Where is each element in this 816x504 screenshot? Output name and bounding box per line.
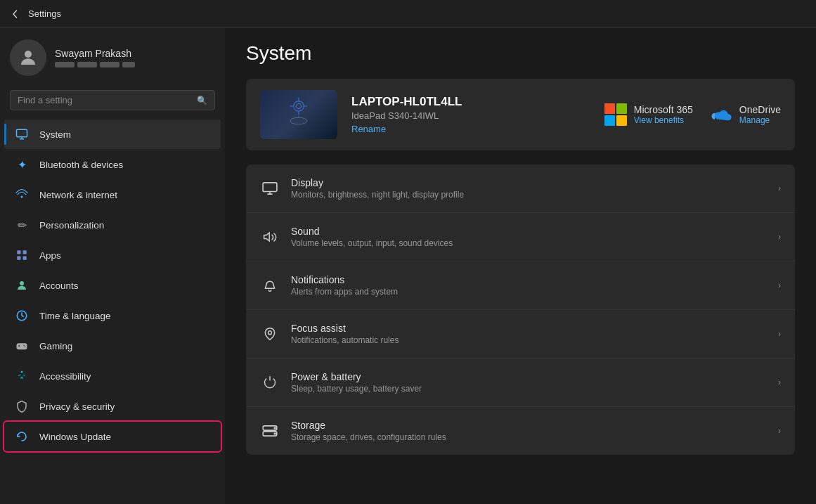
setting-focus-text: Focus assist Notifications, automatic ru… xyxy=(291,323,767,345)
sidebar-item-update[interactable]: Windows Update xyxy=(4,422,221,451)
microsoft365-service[interactable]: Microsoft 365 View benefits xyxy=(604,103,693,126)
setting-storage-text: Storage Storage space, drives, configura… xyxy=(291,420,767,442)
setting-notifications[interactable]: Notifications Alerts from apps and syste… xyxy=(246,261,795,310)
user-bar-4 xyxy=(122,62,135,67)
setting-storage[interactable]: Storage Storage space, drives, configura… xyxy=(246,407,795,455)
svg-point-23 xyxy=(268,331,272,335)
svg-point-11 xyxy=(25,346,26,347)
svg-point-0 xyxy=(25,51,32,58)
setting-focus-desc: Notifications, automatic rules xyxy=(291,335,767,345)
setting-power-name: Power & battery xyxy=(291,371,767,382)
bluetooth-icon: ✦ xyxy=(14,157,30,172)
setting-sound-name: Sound xyxy=(291,226,767,237)
svg-point-27 xyxy=(274,433,276,434)
device-info: LAPTOP-HL0TL4LL IdeaPad S340-14IWL Renam… xyxy=(351,95,590,135)
svg-point-14 xyxy=(296,103,301,108)
setting-power-text: Power & battery Sleep, battery usage, ba… xyxy=(291,371,767,394)
sidebar-item-gaming[interactable]: Gaming xyxy=(4,331,221,361)
device-name: LAPTOP-HL0TL4LL xyxy=(351,95,590,109)
accounts-icon xyxy=(14,278,30,293)
privacy-icon xyxy=(14,399,30,414)
sidebar-item-label-network: Network & internet xyxy=(39,190,117,200)
sidebar-item-accessibility[interactable]: Accessibility xyxy=(4,361,221,391)
ms-yellow-square xyxy=(616,115,627,126)
page-title: System xyxy=(246,42,795,65)
notifications-icon xyxy=(260,276,280,295)
sidebar-item-accounts[interactable]: Accounts xyxy=(4,271,221,300)
setting-power[interactable]: Power & battery Sleep, battery usage, ba… xyxy=(246,358,795,407)
storage-chevron-icon: › xyxy=(778,426,781,436)
accessibility-icon xyxy=(14,368,30,384)
onedrive-icon xyxy=(710,103,732,126)
nav-list: System ✦ Bluetooth & devices Network & i… xyxy=(0,119,225,452)
ms-red-square xyxy=(604,103,615,114)
svg-point-26 xyxy=(274,427,276,429)
sidebar-item-privacy[interactable]: Privacy & security xyxy=(4,392,221,421)
setting-focus-name: Focus assist xyxy=(291,323,767,334)
onedrive-text: OneDrive Manage xyxy=(739,104,781,125)
search-box[interactable]: 🔍 xyxy=(10,90,215,110)
display-chevron-icon: › xyxy=(778,183,781,193)
back-button[interactable] xyxy=(8,7,22,21)
svg-point-10 xyxy=(23,345,25,347)
setting-display-name: Display xyxy=(291,177,767,188)
ms-green-square xyxy=(616,103,627,114)
power-icon xyxy=(260,373,280,392)
sidebar-item-label-accounts: Accounts xyxy=(39,280,79,291)
svg-point-19 xyxy=(290,117,307,124)
focus-icon xyxy=(260,324,280,344)
sound-icon xyxy=(260,227,280,247)
microsoft365-name: Microsoft 365 xyxy=(634,104,693,115)
user-bar-1 xyxy=(55,62,75,67)
svg-marker-22 xyxy=(264,233,270,241)
onedrive-service[interactable]: OneDrive Manage xyxy=(710,103,781,126)
rename-link[interactable]: Rename xyxy=(351,124,386,134)
microsoft365-link[interactable]: View benefits xyxy=(634,115,693,125)
search-icon: 🔍 xyxy=(197,96,207,105)
sidebar-item-label-accessibility: Accessibility xyxy=(39,371,91,382)
microsoft365-icon xyxy=(604,103,627,126)
user-profile[interactable]: Swayam Prakash xyxy=(0,28,225,87)
sidebar-item-network[interactable]: Network & internet xyxy=(4,180,221,209)
display-icon xyxy=(260,179,280,198)
svg-point-12 xyxy=(21,371,23,373)
setting-display-desc: Monitors, brightness, night light, displ… xyxy=(291,190,767,200)
setting-display-text: Display Monitors, brightness, night ligh… xyxy=(291,177,767,200)
focus-chevron-icon: › xyxy=(778,329,781,339)
svg-point-7 xyxy=(20,281,24,285)
update-icon xyxy=(14,429,30,444)
search-input[interactable] xyxy=(18,95,191,105)
sidebar: Swayam Prakash 🔍 xyxy=(0,28,225,504)
network-icon xyxy=(14,187,30,202)
svg-rect-3 xyxy=(17,250,20,254)
setting-display[interactable]: Display Monitors, brightness, night ligh… xyxy=(246,164,795,213)
onedrive-link[interactable]: Manage xyxy=(739,115,781,125)
sidebar-item-personalization[interactable]: ✏ Personalization xyxy=(4,210,221,240)
sidebar-item-label-time: Time & language xyxy=(39,311,111,321)
main-layout: Swayam Prakash 🔍 xyxy=(0,28,816,504)
setting-focus[interactable]: Focus assist Notifications, automatic ru… xyxy=(246,310,795,358)
setting-notifications-text: Notifications Alerts from apps and syste… xyxy=(291,274,767,297)
search-container: 🔍 xyxy=(0,87,225,119)
gaming-icon xyxy=(14,338,30,354)
titlebar-title: Settings xyxy=(28,8,61,19)
notifications-chevron-icon: › xyxy=(778,280,781,290)
setting-power-desc: Sleep, battery usage, battery saver xyxy=(291,384,767,394)
sidebar-item-bluetooth[interactable]: ✦ Bluetooth & devices xyxy=(4,150,221,179)
sidebar-item-apps[interactable]: Apps xyxy=(4,240,221,270)
sidebar-item-system[interactable]: System xyxy=(4,119,221,149)
setting-sound[interactable]: Sound Volume levels, output, input, soun… xyxy=(246,213,795,261)
device-services: Microsoft 365 View benefits OneDrive Man… xyxy=(604,103,781,126)
setting-notifications-name: Notifications xyxy=(291,274,767,285)
sidebar-item-time[interactable]: Time & language xyxy=(4,301,221,330)
sidebar-item-label-gaming: Gaming xyxy=(39,341,72,351)
device-card: LAPTOP-HL0TL4LL IdeaPad S340-14IWL Renam… xyxy=(246,79,795,150)
svg-point-13 xyxy=(294,101,304,111)
sound-chevron-icon: › xyxy=(778,232,781,242)
setting-notifications-desc: Alerts from apps and system xyxy=(291,287,767,297)
setting-sound-desc: Volume levels, output, input, sound devi… xyxy=(291,238,767,248)
svg-rect-6 xyxy=(23,257,27,260)
sidebar-item-label-bluetooth: Bluetooth & devices xyxy=(39,160,123,170)
svg-point-2 xyxy=(21,196,23,198)
titlebar: Settings xyxy=(0,0,816,28)
